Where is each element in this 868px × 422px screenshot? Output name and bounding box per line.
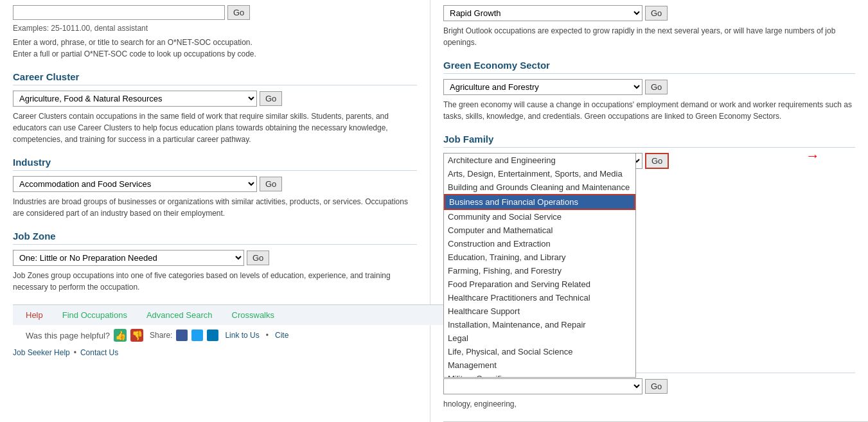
helpful-label: Was this page helpful? <box>26 331 110 340</box>
helpful-row: Was this page helpful? 👍 👎 <box>26 329 143 342</box>
job-zone-select[interactable]: One: Little or No Preparation Needed Two… <box>13 250 244 266</box>
dropdown-item-farming[interactable]: Farming, Fishing, and Forestry <box>444 264 635 277</box>
cite-link[interactable]: Cite <box>275 331 288 340</box>
job-zone-title: Job Zone <box>13 231 417 245</box>
footer-bottom-bar: Was this page helpful? 👍 👎 Share: Link t… <box>13 325 443 346</box>
advanced-search-link[interactable]: Advanced Search <box>146 310 213 320</box>
career-cluster-title: Career Cluster <box>13 71 417 85</box>
dropdown-item-food[interactable]: Food Preparation and Serving Related <box>444 277 635 291</box>
dropdown-item-healthcare-sup[interactable]: Healthcare Support <box>444 304 635 318</box>
industry-desc: Industries are broad groups of businesse… <box>13 196 417 219</box>
contact-us-link[interactable]: Contact Us <box>80 348 118 357</box>
stem-go-button[interactable]: Go <box>645 379 668 394</box>
share-label: Share: <box>150 331 172 340</box>
search-desc: Enter a word, phrase, or title to search… <box>13 37 417 60</box>
career-cluster-go-button[interactable]: Go <box>260 91 282 106</box>
search-input[interactable] <box>13 5 225 20</box>
industry-go-button[interactable]: Go <box>260 177 282 191</box>
dropdown-item-management[interactable]: Management <box>444 358 635 372</box>
bright-outlook-go-button[interactable]: Go <box>645 6 668 21</box>
stem-select[interactable] <box>443 378 642 394</box>
bright-outlook-desc: Bright Outlook occupations are expected … <box>443 25 855 48</box>
dropdown-item-construction[interactable]: Construction and Extraction <box>444 237 635 251</box>
dropdown-item-building[interactable]: Building and Grounds Cleaning and Mainte… <box>444 180 635 194</box>
stem-desc: hnology, engineering, <box>443 398 855 410</box>
dropdown-item-arts[interactable]: Arts, Design, Entertainment, Sports, and… <box>444 167 635 180</box>
job-zone-desc: Job Zones group occupations into one of … <box>13 270 417 293</box>
job-family-section: Job Family → Architecture and Engineerin… <box>443 134 855 347</box>
twitter-icon[interactable] <box>191 330 203 341</box>
dropdown-item-computer[interactable]: Computer and Mathematical <box>444 224 635 237</box>
career-cluster-section: Career Cluster Agriculture, Food & Natur… <box>13 71 417 145</box>
search-go-button[interactable]: Go <box>227 5 250 20</box>
job-zone-go-button[interactable]: Go <box>247 251 269 265</box>
linkedin-icon[interactable] <box>207 330 218 341</box>
job-family-title: Job Family <box>443 134 855 148</box>
dropdown-item-business[interactable]: Business and Financial Operations <box>444 194 635 210</box>
facebook-icon[interactable] <box>176 330 188 341</box>
green-economy-desc: The green economy will cause a change in… <box>443 99 855 122</box>
red-arrow-annotation: → <box>806 148 820 164</box>
job-family-dropdown-list[interactable]: Architecture and Engineering Arts, Desig… <box>443 153 636 378</box>
crosswalks-link[interactable]: Crosswalks <box>232 310 274 320</box>
dropdown-item-installation[interactable]: Installation, Maintenance, and Repair <box>444 318 635 331</box>
industry-select[interactable]: Accommodation and Food Services Administ… <box>13 176 257 192</box>
thumbs-down-icon[interactable]: 👎 <box>130 329 143 342</box>
dropdown-item-education[interactable]: Education, Training, and Library <box>444 251 635 264</box>
career-cluster-desc: Career Clusters contain occupations in t… <box>13 110 417 145</box>
green-economy-title: Green Economy Sector <box>443 60 855 74</box>
dropdown-item-legal[interactable]: Legal <box>444 331 635 345</box>
thumbs-up-icon[interactable]: 👍 <box>114 329 127 342</box>
green-economy-select[interactable]: Agriculture and Forestry Construction En… <box>443 79 642 95</box>
bright-outlook-section: Rapid Growth Numerous Job Openings New a… <box>443 5 855 48</box>
green-economy-section: Green Economy Sector Agriculture and For… <box>443 60 855 122</box>
link-to-us-link[interactable]: Link to Us <box>225 331 259 340</box>
job-seeker-help-link[interactable]: Job Seeker Help <box>13 348 70 357</box>
find-occupations-link[interactable]: Find Occupations <box>62 310 127 320</box>
dropdown-item-arch-eng[interactable]: Architecture and Engineering <box>444 154 635 167</box>
industry-title: Industry <box>13 157 417 171</box>
dropdown-item-military[interactable]: Military Specific <box>444 372 635 378</box>
search-section: Go Examples: 25-1011.00, dental assistan… <box>13 5 417 60</box>
industry-section: Industry Accommodation and Food Services… <box>13 157 417 219</box>
job-zone-section: Job Zone One: Little or No Preparation N… <box>13 231 417 293</box>
help-link[interactable]: Help <box>26 310 43 320</box>
green-economy-go-button[interactable]: Go <box>645 80 668 94</box>
dropdown-item-healthcare-prac[interactable]: Healthcare Practitioners and Technical <box>444 291 635 304</box>
career-cluster-select[interactable]: Agriculture, Food & Natural Resources Ar… <box>13 91 257 107</box>
dropdown-item-community[interactable]: Community and Social Service <box>444 210 635 224</box>
search-examples: Examples: 25-1011.00, dental assistant <box>13 24 417 33</box>
footer-links-bar: Help Find Occupations Advanced Search Cr… <box>13 304 443 325</box>
bright-outlook-select[interactable]: Rapid Growth Numerous Job Openings New a… <box>443 5 642 21</box>
dropdown-item-life[interactable]: Life, Physical, and Social Science <box>444 345 635 358</box>
job-family-go-button[interactable]: Go <box>645 153 669 169</box>
